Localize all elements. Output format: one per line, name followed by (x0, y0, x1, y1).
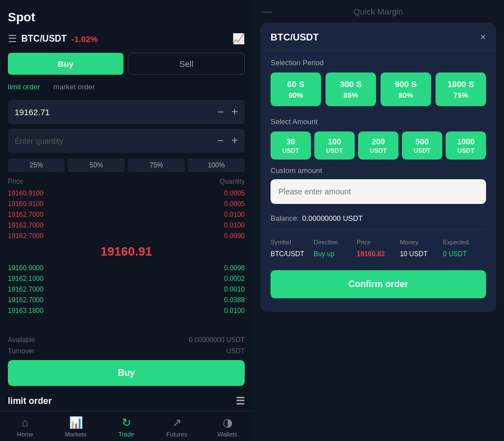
amt-unit-1: USDT (282, 147, 299, 154)
price-plus[interactable]: + (231, 106, 238, 119)
sell-button[interactable]: Sell (128, 53, 245, 75)
qty-plus[interactable]: + (231, 134, 238, 147)
period-300s[interactable]: 300 S 85% (326, 72, 376, 106)
buy-large-button[interactable]: Buy (8, 360, 245, 386)
table-row: 19163.1800 0.0100 (8, 305, 245, 316)
wallets-icon: ◑ (223, 416, 232, 429)
amt-val-2: 100 (328, 137, 341, 146)
amount-100[interactable]: 100 USDT (314, 131, 355, 160)
period-pct-4: 75% (453, 91, 468, 99)
price-input-row: 19162.71 − + (8, 100, 245, 124)
buy-sell-row: Buy Sell (0, 49, 253, 78)
period-60s[interactable]: 60 S 90% (271, 72, 321, 106)
period-time-3: 900 S (395, 79, 416, 89)
page-title: Spot (0, 0, 253, 30)
col-money: Money (400, 239, 443, 245)
turnover-label: Turnover (8, 347, 35, 355)
custom-amount-input[interactable] (271, 179, 486, 204)
amt-unit-3: USDT (370, 147, 387, 154)
percent-row: 25% 50% 75% 100% (0, 155, 253, 175)
pair-change: -1.02% (71, 34, 98, 44)
confirm-order-button[interactable]: Confirm order (271, 270, 486, 298)
nav-wallets-label: Wallets (217, 431, 237, 438)
nav-trade[interactable]: ↻ Trade (101, 416, 152, 438)
nav-markets[interactable]: 📊 Markets (51, 416, 101, 438)
mid-price: 19160.91 (8, 241, 245, 262)
modal: BTC/USDT × Selection Period 60 S 90% 300… (260, 22, 496, 312)
sum-symbol: BTC/USDT (271, 250, 314, 258)
amt-val-4: 500 (415, 137, 428, 146)
balance-row: Balance: 0.00000000 USDT (260, 207, 496, 226)
amount-1000[interactable]: 1000 USDT (446, 131, 486, 160)
table-row: 19162.7000 0.0100 (8, 220, 245, 230)
markets-icon: 📊 (69, 416, 83, 429)
limit-order-footer: limit order ☰ (0, 389, 253, 411)
col-direction: Direction (314, 239, 357, 245)
modal-overlay: BTC/USDT × Selection Period 60 S 90% 300… (253, 0, 504, 441)
divider (271, 229, 486, 230)
price-value: 19162.71 (15, 107, 50, 117)
chart-icon: 📈 (232, 33, 245, 45)
limit-order-tab[interactable]: limit order (8, 80, 44, 93)
nav-wallets[interactable]: ◑ Wallets (202, 416, 253, 438)
period-grid: 60 S 90% 300 S 85% 900 S 80% 1800 S 75% (271, 72, 486, 106)
table-row: 19160.9000 0.0098 (8, 262, 245, 273)
selection-period-label: Selection Period (271, 58, 486, 67)
left-panel: Spot ☰ BTC/USDT -1.02% 📈 Buy Sell limit … (0, 0, 253, 441)
qty-minus[interactable]: − (217, 134, 224, 147)
col-expected: Expected (443, 239, 486, 245)
sum-expected: 0 USDT (443, 250, 486, 258)
qty-placeholder: Enter quantity (15, 137, 63, 146)
table-row: 19162.7000 0.0388 (8, 294, 245, 305)
bottom-nav: ⌂ Home 📊 Markets ↻ Trade ↗ Futures ◑ Wal… (0, 411, 253, 441)
amount-grid: 30 USDT 100 USDT 200 USDT 500 USDT (271, 131, 486, 160)
hamburger-icon[interactable]: ☰ (236, 395, 245, 407)
table-row: 19162.7000 0.0090 (8, 230, 245, 241)
balance-label: Balance: (271, 214, 299, 222)
amt-val-5: 1000 (457, 137, 474, 146)
nav-futures[interactable]: ↗ Futures (152, 416, 202, 438)
amount-500[interactable]: 500 USDT (402, 131, 442, 160)
period-900s[interactable]: 900 S 80% (381, 72, 431, 106)
period-pct-1: 90% (288, 91, 303, 99)
price-col-header: Price (8, 178, 23, 185)
available-label: Available (8, 336, 35, 344)
table-row: 19162.1000 0.0002 (8, 273, 245, 284)
table-row: 19162.7000 0.0010 (8, 284, 245, 294)
right-panel: — Quick Margin 19160.82 19075.36 19399.9… (253, 0, 504, 441)
futures-icon: ↗ (172, 416, 182, 429)
turnover-row: Turnover USDT (0, 345, 253, 357)
balance-value: 0.00000000 USDT (303, 214, 363, 222)
order-summary: Symbol Direction Price Money Expected BT… (260, 233, 496, 263)
pct-50[interactable]: 50% (68, 158, 125, 172)
sum-money: 10 USDT (400, 250, 443, 258)
pair-name: BTC/USDT (21, 34, 67, 44)
summary-header: Symbol Direction Price Money Expected (271, 239, 486, 245)
available-value: 0.00000000 USDT (189, 336, 245, 344)
buy-button[interactable]: Buy (8, 53, 123, 75)
pct-100[interactable]: 100% (188, 158, 245, 172)
price-minus[interactable]: − (217, 106, 224, 119)
pct-75[interactable]: 75% (128, 158, 185, 172)
market-order-tab[interactable]: market order (53, 80, 99, 93)
summary-data-row: BTC/USDT Buy up 19160.82 10 USDT 0 USDT (271, 250, 486, 258)
table-row: 19162.7000 0.0100 (8, 209, 245, 220)
nav-trade-label: Trade (118, 431, 134, 438)
amount-30[interactable]: 30 USDT (271, 131, 311, 160)
amt-unit-5: USDT (457, 147, 474, 154)
select-amount-label: Select Amount (271, 117, 486, 126)
turnover-value: USDT (226, 347, 245, 355)
period-time-4: 1800 S (447, 79, 474, 89)
amt-val-1: 30 (286, 137, 295, 146)
amount-200[interactable]: 200 USDT (358, 131, 398, 160)
period-pct-2: 85% (343, 91, 358, 99)
table-row: 19160.9100 0.0005 (8, 188, 245, 198)
period-1800s[interactable]: 1800 S 75% (436, 72, 486, 106)
pct-25[interactable]: 25% (8, 158, 65, 172)
nav-futures-label: Futures (166, 431, 187, 438)
order-book: Price Quantity 19160.9100 0.0005 19160.9… (0, 175, 253, 334)
pair-row: ☰ BTC/USDT -1.02% 📈 (0, 30, 253, 49)
close-button[interactable]: × (480, 31, 486, 43)
amt-val-3: 200 (372, 137, 384, 146)
nav-home[interactable]: ⌂ Home (0, 416, 51, 438)
